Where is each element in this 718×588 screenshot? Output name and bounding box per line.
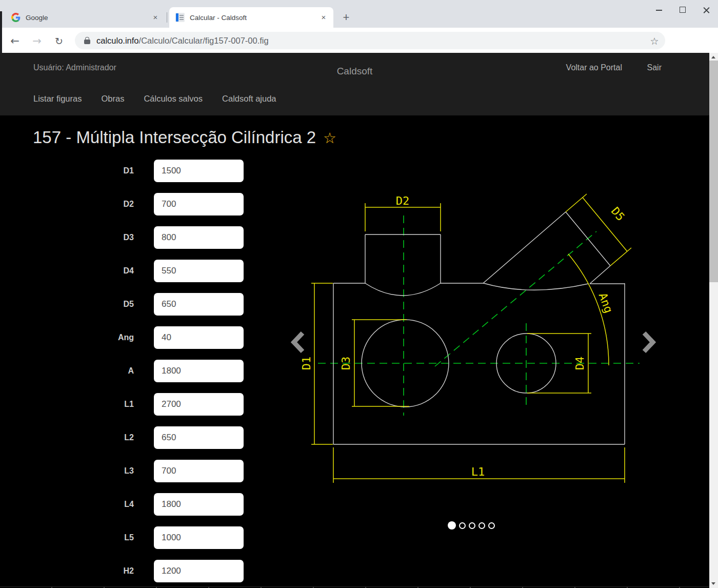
nav-obras[interactable]: Obras: [101, 94, 124, 104]
page-title: 157 - Múltipla Intersecção Cilíndrica 2☆: [33, 128, 336, 147]
l4-input[interactable]: [154, 493, 244, 516]
nav-listar-figuras[interactable]: Listar figuras: [33, 94, 82, 104]
window-edge: [0, 11, 2, 28]
window-controls: [647, 0, 718, 21]
dim-label-d3: D3: [340, 357, 352, 370]
field-row-l4: L4: [0, 493, 246, 516]
lock-icon: [84, 37, 90, 44]
maximize-icon: [680, 7, 686, 13]
tab-title: Calcular - Caldsoft: [190, 14, 319, 22]
logout-link[interactable]: Sair: [647, 63, 662, 72]
maximize-button[interactable]: [671, 0, 694, 21]
d1-input[interactable]: [154, 160, 244, 182]
carousel-dot-4[interactable]: [478, 522, 485, 529]
close-tab-icon[interactable]: ×: [319, 13, 328, 22]
carousel-dot-1[interactable]: [448, 521, 456, 530]
tab-google[interactable]: Google ×: [5, 7, 165, 28]
ang-input[interactable]: [154, 326, 244, 349]
carousel-prev-button[interactable]: [289, 330, 307, 355]
page-content: Usuário: Administrador Caldsoft Voltar a…: [0, 53, 709, 588]
parameters-form: D1 D2 D3 D4 D5 Ang A L1 L2 L3 L4 L5 H2: [0, 160, 246, 588]
url-path: /Calculo/Calcular/fig157-007-00.fig: [139, 36, 269, 45]
chevron-left-icon: [289, 330, 307, 355]
centerlines: [318, 215, 640, 416]
page-scrollbar[interactable]: [709, 53, 718, 588]
main-nav: Listar figuras Obras Cálculos salvos Cal…: [33, 94, 276, 104]
carousel-dots: [448, 521, 498, 530]
browser-toolbar: ← → ↻ calculo.info/Calculo/Calcular/fig1…: [0, 28, 718, 53]
l2-input[interactable]: [154, 426, 244, 449]
field-row-l3: L3: [0, 460, 246, 482]
site-header: Usuário: Administrador Caldsoft Voltar a…: [0, 53, 709, 115]
field-row-d4: D4: [0, 260, 246, 282]
dim-label-d4: D4: [573, 357, 586, 370]
back-button[interactable]: ←: [7, 34, 23, 48]
l3-input[interactable]: [154, 460, 244, 482]
dimensions: D2 D1 D3 D4 L1 D5: [300, 194, 631, 483]
url-domain: calculo.info: [96, 36, 139, 45]
field-row-d5: D5: [0, 293, 246, 316]
field-row-d3: D3: [0, 226, 246, 249]
close-tab-icon[interactable]: ×: [151, 13, 160, 22]
nav-caldsoft-ajuda[interactable]: Caldsoft ajuda: [222, 94, 276, 104]
close-window-button[interactable]: [694, 0, 718, 21]
window-edge: [0, 28, 2, 53]
tab-title: Google: [26, 14, 151, 22]
d4-input[interactable]: [154, 260, 244, 282]
triangle-up-icon: [711, 56, 715, 58]
h2-input[interactable]: [154, 560, 244, 582]
field-row-h2: H2: [0, 560, 246, 582]
field-row-a: A: [0, 360, 246, 382]
browser-window: Google × Calcular - Caldsoft × + ← → ↻ c…: [0, 0, 718, 588]
l5-input[interactable]: [154, 526, 244, 549]
chevron-right-icon: [640, 330, 657, 355]
field-row-d2: D2: [0, 193, 246, 215]
new-tab-button[interactable]: +: [338, 10, 354, 25]
field-row-l5: L5: [0, 526, 246, 549]
tab-separator: [167, 12, 167, 23]
nav-calculos-salvos[interactable]: Cálculos salvos: [144, 94, 203, 104]
triangle-down-icon: [711, 582, 715, 585]
field-row-d1: D1: [0, 160, 246, 182]
address-bar[interactable]: calculo.info/Calculo/Calcular/fig157-007…: [75, 32, 665, 49]
dim-label-d1: D1: [300, 357, 313, 370]
reload-button[interactable]: ↻: [51, 34, 67, 48]
tab-caldsoft[interactable]: Calcular - Caldsoft ×: [169, 7, 333, 28]
d5-input[interactable]: [154, 293, 244, 316]
url-text: calculo.info/Calculo/Calcular/fig157-007…: [96, 36, 269, 46]
d3-input[interactable]: [154, 226, 244, 249]
forward-button[interactable]: →: [29, 34, 45, 48]
bookmark-star-icon[interactable]: ☆: [648, 34, 661, 48]
field-row-l2: L2: [0, 426, 246, 449]
scrollbar-thumb[interactable]: [709, 61, 718, 282]
carousel-dot-2[interactable]: [459, 522, 466, 529]
dim-label-l1: L1: [471, 465, 485, 478]
carousel-dot-5[interactable]: [488, 522, 495, 529]
dim-label-d2: D2: [396, 194, 410, 207]
dim-label-d5: D5: [609, 205, 627, 223]
google-favicon-icon: [11, 13, 21, 22]
body-outline: [333, 212, 625, 444]
field-row-l1: L1: [0, 393, 246, 416]
scroll-down-button[interactable]: [709, 579, 718, 588]
dim-label-ang: Ang: [596, 291, 615, 315]
minimize-icon: [656, 10, 662, 11]
l1-input[interactable]: [154, 393, 244, 416]
favorite-star-icon[interactable]: ☆: [323, 129, 336, 147]
d2-input[interactable]: [154, 193, 244, 215]
carousel-dot-3[interactable]: [469, 522, 475, 529]
caldsoft-favicon-icon: [175, 13, 185, 22]
carousel-next-button[interactable]: [640, 330, 657, 355]
tab-strip: Google × Calcular - Caldsoft × +: [0, 0, 718, 28]
portal-link[interactable]: Voltar ao Portal: [566, 63, 622, 72]
field-row-ang: Ang: [0, 326, 246, 349]
minimize-button[interactable]: [647, 0, 671, 21]
a-input[interactable]: [154, 360, 244, 382]
